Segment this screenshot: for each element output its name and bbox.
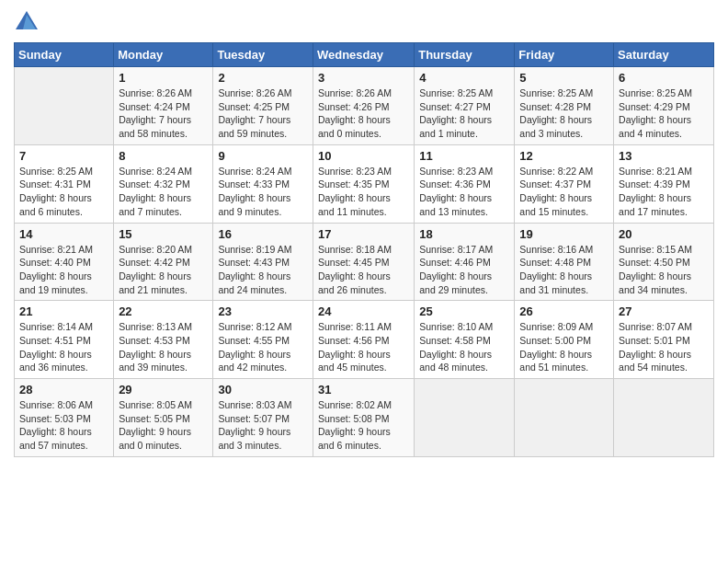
calendar-cell: 17Sunrise: 8:18 AM Sunset: 4:45 PM Dayli… <box>313 223 414 301</box>
calendar-week-3: 14Sunrise: 8:21 AM Sunset: 4:40 PM Dayli… <box>15 223 714 301</box>
day-info: Sunrise: 8:26 AM Sunset: 4:24 PM Dayligh… <box>119 86 208 141</box>
calendar-cell <box>614 379 714 457</box>
day-info: Sunrise: 8:03 AM Sunset: 5:07 PM Dayligh… <box>218 398 308 453</box>
day-info: Sunrise: 8:19 AM Sunset: 4:43 PM Dayligh… <box>218 243 308 297</box>
weekday-header-sunday: Sunday <box>15 43 114 67</box>
day-number: 10 <box>318 149 409 163</box>
day-number: 17 <box>318 227 409 241</box>
day-number: 25 <box>419 304 509 318</box>
day-info: Sunrise: 8:11 AM Sunset: 4:56 PM Dayligh… <box>318 320 409 374</box>
day-number: 19 <box>519 227 609 241</box>
calendar-cell: 23Sunrise: 8:12 AM Sunset: 4:55 PM Dayli… <box>213 301 313 379</box>
day-number: 29 <box>119 383 208 396</box>
calendar-cell: 21Sunrise: 8:14 AM Sunset: 4:51 PM Dayli… <box>15 301 114 379</box>
logo-icon <box>14 9 40 35</box>
calendar-cell: 10Sunrise: 8:23 AM Sunset: 4:35 PM Dayli… <box>313 144 414 223</box>
day-number: 3 <box>318 71 409 85</box>
calendar-cell: 5Sunrise: 8:25 AM Sunset: 4:28 PM Daylig… <box>515 67 614 145</box>
page-container: SundayMondayTuesdayWednesdayThursdayFrid… <box>0 0 728 466</box>
calendar-cell: 31Sunrise: 8:02 AM Sunset: 5:08 PM Dayli… <box>313 379 414 457</box>
header <box>14 9 714 35</box>
calendar-cell <box>15 67 114 145</box>
day-number: 16 <box>218 227 308 241</box>
day-number: 18 <box>419 227 509 241</box>
day-info: Sunrise: 8:05 AM Sunset: 5:05 PM Dayligh… <box>119 398 208 453</box>
calendar-cell: 19Sunrise: 8:16 AM Sunset: 4:48 PM Dayli… <box>515 223 614 301</box>
day-number: 23 <box>218 304 308 318</box>
day-info: Sunrise: 8:06 AM Sunset: 5:03 PM Dayligh… <box>19 398 108 453</box>
calendar-cell: 30Sunrise: 8:03 AM Sunset: 5:07 PM Dayli… <box>213 379 313 457</box>
day-info: Sunrise: 8:14 AM Sunset: 4:51 PM Dayligh… <box>19 320 108 374</box>
calendar-cell <box>415 379 515 457</box>
day-info: Sunrise: 8:23 AM Sunset: 4:36 PM Dayligh… <box>419 165 509 219</box>
day-number: 4 <box>419 71 509 85</box>
day-info: Sunrise: 8:15 AM Sunset: 4:50 PM Dayligh… <box>619 243 709 297</box>
day-info: Sunrise: 8:09 AM Sunset: 5:00 PM Dayligh… <box>519 320 609 374</box>
calendar-cell: 13Sunrise: 8:21 AM Sunset: 4:39 PM Dayli… <box>614 144 714 223</box>
weekday-header-friday: Friday <box>515 43 614 67</box>
day-info: Sunrise: 8:23 AM Sunset: 4:35 PM Dayligh… <box>318 165 409 219</box>
day-info: Sunrise: 8:25 AM Sunset: 4:29 PM Dayligh… <box>619 86 709 141</box>
day-number: 14 <box>19 227 108 241</box>
weekday-header-thursday: Thursday <box>415 43 515 67</box>
day-number: 27 <box>619 304 709 318</box>
calendar-cell: 27Sunrise: 8:07 AM Sunset: 5:01 PM Dayli… <box>614 301 714 379</box>
day-info: Sunrise: 8:25 AM Sunset: 4:28 PM Dayligh… <box>519 86 609 141</box>
day-info: Sunrise: 8:13 AM Sunset: 4:53 PM Dayligh… <box>119 320 208 374</box>
day-info: Sunrise: 8:22 AM Sunset: 4:37 PM Dayligh… <box>519 165 609 219</box>
calendar-week-4: 21Sunrise: 8:14 AM Sunset: 4:51 PM Dayli… <box>15 301 714 379</box>
day-number: 6 <box>619 71 709 85</box>
weekday-header-saturday: Saturday <box>614 43 714 67</box>
day-info: Sunrise: 8:25 AM Sunset: 4:27 PM Dayligh… <box>419 86 509 141</box>
calendar-cell: 14Sunrise: 8:21 AM Sunset: 4:40 PM Dayli… <box>15 223 114 301</box>
calendar-cell: 18Sunrise: 8:17 AM Sunset: 4:46 PM Dayli… <box>415 223 515 301</box>
day-info: Sunrise: 8:26 AM Sunset: 4:26 PM Dayligh… <box>318 86 409 141</box>
calendar-cell: 3Sunrise: 8:26 AM Sunset: 4:26 PM Daylig… <box>313 67 414 145</box>
calendar-cell: 29Sunrise: 8:05 AM Sunset: 5:05 PM Dayli… <box>114 379 213 457</box>
day-number: 12 <box>519 149 609 163</box>
calendar-cell <box>515 379 614 457</box>
day-number: 9 <box>218 149 308 163</box>
calendar-cell: 28Sunrise: 8:06 AM Sunset: 5:03 PM Dayli… <box>15 379 114 457</box>
calendar-cell: 6Sunrise: 8:25 AM Sunset: 4:29 PM Daylig… <box>614 67 714 145</box>
calendar-table: SundayMondayTuesdayWednesdayThursdayFrid… <box>14 42 714 457</box>
day-number: 30 <box>218 383 308 396</box>
calendar-cell: 24Sunrise: 8:11 AM Sunset: 4:56 PM Dayli… <box>313 301 414 379</box>
calendar-cell: 2Sunrise: 8:26 AM Sunset: 4:25 PM Daylig… <box>213 67 313 145</box>
day-info: Sunrise: 8:20 AM Sunset: 4:42 PM Dayligh… <box>119 243 208 297</box>
day-info: Sunrise: 8:02 AM Sunset: 5:08 PM Dayligh… <box>318 398 409 453</box>
day-number: 2 <box>218 71 308 85</box>
day-number: 8 <box>119 149 208 163</box>
day-info: Sunrise: 8:24 AM Sunset: 4:32 PM Dayligh… <box>119 165 208 219</box>
calendar-week-5: 28Sunrise: 8:06 AM Sunset: 5:03 PM Dayli… <box>15 379 714 457</box>
weekday-row: SundayMondayTuesdayWednesdayThursdayFrid… <box>15 43 714 67</box>
day-number: 20 <box>619 227 709 241</box>
day-info: Sunrise: 8:26 AM Sunset: 4:25 PM Dayligh… <box>218 86 308 141</box>
day-info: Sunrise: 8:12 AM Sunset: 4:55 PM Dayligh… <box>218 320 308 374</box>
calendar-cell: 1Sunrise: 8:26 AM Sunset: 4:24 PM Daylig… <box>114 67 213 145</box>
day-number: 26 <box>519 304 609 318</box>
day-number: 13 <box>619 149 709 163</box>
day-number: 7 <box>19 149 108 163</box>
day-number: 5 <box>519 71 609 85</box>
day-number: 15 <box>119 227 208 241</box>
day-info: Sunrise: 8:16 AM Sunset: 4:48 PM Dayligh… <box>519 243 609 297</box>
calendar-cell: 11Sunrise: 8:23 AM Sunset: 4:36 PM Dayli… <box>415 144 515 223</box>
weekday-header-monday: Monday <box>114 43 213 67</box>
day-info: Sunrise: 8:17 AM Sunset: 4:46 PM Dayligh… <box>419 243 509 297</box>
calendar-cell: 9Sunrise: 8:24 AM Sunset: 4:33 PM Daylig… <box>213 144 313 223</box>
calendar-cell: 4Sunrise: 8:25 AM Sunset: 4:27 PM Daylig… <box>415 67 515 145</box>
calendar-cell: 15Sunrise: 8:20 AM Sunset: 4:42 PM Dayli… <box>114 223 213 301</box>
day-number: 1 <box>119 71 208 85</box>
day-info: Sunrise: 8:21 AM Sunset: 4:40 PM Dayligh… <box>19 243 108 297</box>
day-number: 22 <box>119 304 208 318</box>
day-info: Sunrise: 8:10 AM Sunset: 4:58 PM Dayligh… <box>419 320 509 374</box>
calendar-body: 1Sunrise: 8:26 AM Sunset: 4:24 PM Daylig… <box>15 67 714 457</box>
weekday-header-wednesday: Wednesday <box>313 43 414 67</box>
day-number: 31 <box>318 383 409 396</box>
day-info: Sunrise: 8:18 AM Sunset: 4:45 PM Dayligh… <box>318 243 409 297</box>
day-number: 28 <box>19 383 108 396</box>
calendar-cell: 12Sunrise: 8:22 AM Sunset: 4:37 PM Dayli… <box>515 144 614 223</box>
calendar-cell: 16Sunrise: 8:19 AM Sunset: 4:43 PM Dayli… <box>213 223 313 301</box>
logo <box>14 9 43 35</box>
